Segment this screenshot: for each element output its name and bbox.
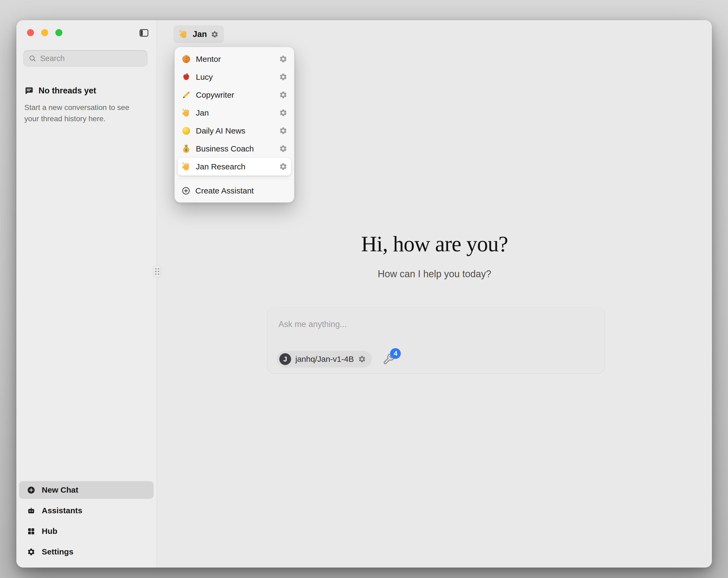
sidebar-toggle-icon[interactable] — [138, 28, 149, 38]
menu-item-label: Jan Research — [196, 162, 274, 171]
menu-item-mentor[interactable]: Mentor — [178, 50, 291, 68]
gear-icon[interactable] — [279, 73, 287, 81]
empty-state-description: Start a new conversation to see your thr… — [24, 102, 142, 124]
menu-item-lucy[interactable]: Lucy — [178, 68, 291, 86]
close-button[interactable] — [27, 29, 34, 36]
sidebar-item-hub[interactable]: Hub — [19, 522, 154, 540]
zoom-button[interactable] — [55, 29, 62, 36]
svg-text:$: $ — [185, 148, 187, 152]
threads-empty-state: No threads yet Start a new conversation … — [24, 86, 148, 124]
menu-item-label: Copywriter — [196, 91, 274, 100]
moneybag-icon: $ — [181, 144, 191, 154]
gear-icon[interactable] — [279, 55, 287, 63]
window-controls — [27, 29, 62, 36]
sidebar: No threads yet Start a new conversation … — [16, 20, 157, 568]
gear-icon[interactable] — [279, 145, 287, 153]
grip-dots-icon — [155, 268, 159, 275]
chat-composer: J janhq/Jan-v1-4B 4 — [267, 307, 605, 374]
menu-item-label: Jan — [196, 108, 274, 118]
menu-divider — [178, 179, 290, 179]
menu-item-copywriter[interactable]: Copywriter — [178, 86, 291, 104]
new-chat-icon — [27, 486, 35, 494]
sidebar-resize-handle[interactable] — [153, 266, 161, 277]
assistant-dropdown-menu: Mentor Lucy Copywriter Jan Daily AI — [175, 47, 294, 203]
sidebar-item-settings[interactable]: Settings — [19, 543, 154, 561]
wave-emoji-icon — [179, 29, 189, 39]
search-icon — [28, 54, 36, 62]
menu-item-jan[interactable]: Jan — [178, 104, 291, 122]
gear-icon[interactable] — [279, 127, 287, 135]
main-area: Jan Mentor Lucy Copywriter Jan — [157, 20, 712, 568]
model-name: janhq/Jan-v1-4B — [295, 355, 354, 364]
pencil-icon — [181, 90, 191, 100]
create-assistant-label: Create Assistant — [195, 186, 254, 195]
nav-item-label: Settings — [42, 547, 73, 556]
model-selector[interactable]: J janhq/Jan-v1-4B — [277, 351, 372, 368]
assistants-icon — [27, 507, 35, 515]
minimize-button[interactable] — [41, 29, 48, 36]
yellow-circle-icon — [181, 126, 191, 136]
search-input[interactable] — [40, 54, 142, 63]
settings-gear-icon — [27, 548, 35, 556]
empty-state-title: No threads yet — [38, 86, 96, 96]
greeting-block: Hi, how are you? How can I help you toda… — [157, 231, 712, 280]
search-box[interactable] — [23, 50, 148, 67]
assistant-name: Jan — [192, 29, 207, 39]
assistant-gear-icon[interactable] — [211, 30, 218, 38]
app-window: No threads yet Start a new conversation … — [16, 20, 712, 568]
greeting-subtitle: How can I help you today? — [157, 269, 712, 280]
menu-item-label: Business Coach — [196, 144, 274, 153]
nav-item-label: New Chat — [42, 485, 78, 495]
sidebar-item-assistants[interactable]: Assistants — [19, 502, 154, 520]
composer-toolbar: J janhq/Jan-v1-4B 4 — [277, 351, 395, 368]
tools-button[interactable]: 4 — [383, 353, 395, 365]
assistant-selector[interactable]: Jan — [173, 25, 224, 43]
model-avatar: J — [279, 353, 291, 365]
menu-item-business-coach[interactable]: $ Business Coach — [178, 140, 291, 158]
gear-icon[interactable] — [279, 162, 287, 171]
menu-item-label: Lucy — [196, 73, 274, 82]
plus-circle-icon — [181, 186, 190, 195]
orange-sphere-icon — [181, 54, 191, 64]
nav-item-label: Hub — [42, 527, 57, 536]
model-gear-icon[interactable] — [358, 355, 366, 363]
wave-emoji-icon — [181, 108, 191, 118]
apple-icon — [181, 72, 191, 82]
menu-item-label: Daily AI News — [196, 126, 274, 135]
menu-item-jan-research[interactable]: Jan Research — [178, 158, 291, 176]
menu-item-daily-ai-news[interactable]: Daily AI News — [178, 122, 291, 140]
greeting-title: Hi, how are you? — [157, 231, 712, 257]
chat-input[interactable] — [267, 308, 605, 345]
create-assistant-button[interactable]: Create Assistant — [178, 182, 291, 199]
hub-icon — [27, 527, 35, 535]
tools-count-badge: 4 — [390, 348, 401, 359]
gear-icon[interactable] — [279, 91, 287, 99]
chat-bubble-icon — [24, 86, 34, 96]
gear-icon[interactable] — [279, 109, 287, 117]
sidebar-item-new-chat[interactable]: New Chat — [19, 481, 154, 499]
wave-emoji-icon — [181, 162, 191, 172]
menu-item-label: Mentor — [196, 55, 274, 64]
nav-item-label: Assistants — [42, 506, 82, 515]
sidebar-nav: New Chat Assistants Hub Settings — [19, 481, 154, 561]
